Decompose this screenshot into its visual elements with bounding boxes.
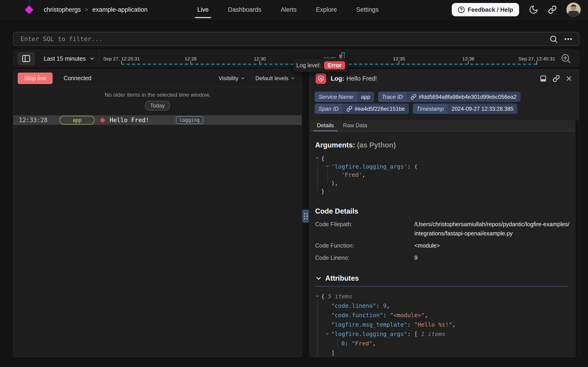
link-icon (548, 5, 557, 14)
log-row-selected[interactable]: 12:33:28 app Hello Fred! logging (13, 115, 302, 125)
detail-title: Log:Hello Fred! (331, 75, 377, 82)
live-log-panel: Stop live Connected Visibility Default l… (13, 69, 302, 357)
tooltip-label: Log level: (296, 62, 321, 69)
link-icon (553, 75, 560, 82)
timebar-divider (99, 50, 99, 67)
attributes-code-block: { 5 items"code.lineno": 9,"code.function… (315, 292, 573, 357)
log-timestamp: 12:33:28 (19, 117, 48, 124)
detail-title-value: Hello Fred! (346, 75, 377, 82)
logfire-live-view: { "nav": { "org": "christophergs", "sepa… (0, 0, 588, 367)
detail-scrollbar[interactable] (575, 121, 579, 357)
help-circle-icon (458, 6, 465, 13)
tab-settings[interactable]: Settings (355, 0, 380, 19)
timestamp-pill[interactable]: Timestamp 2024-09-27 12:33:28.385 (413, 104, 517, 114)
tab-explore[interactable]: Explore (315, 0, 338, 19)
user-avatar[interactable] (566, 2, 581, 17)
close-detail-button[interactable] (566, 75, 572, 82)
detail-tabs: Details Raw Data (310, 120, 576, 131)
code-lineno-label: Code Lineno: (315, 253, 414, 262)
code-details-heading: Code Details (315, 207, 573, 216)
stop-live-button[interactable]: Stop live (18, 73, 53, 84)
breadcrumb: christophergs > example-application (44, 0, 148, 19)
feedback-help-label: Feedback / Help (468, 6, 513, 13)
sql-filter-input[interactable] (14, 32, 549, 45)
panel-resize-handle[interactable] (302, 209, 309, 223)
trace-id-value: #fdd5694a8fa98eb4e301d99ebc056ea2 (419, 94, 517, 100)
tab-raw-data[interactable]: Raw Data (339, 120, 371, 131)
detail-title-prefix: Log: (331, 75, 344, 82)
copy-link-button[interactable] (553, 75, 560, 82)
top-nav: christophergs > example-application Live… (0, 0, 588, 19)
theme-toggle-button[interactable] (529, 5, 538, 15)
attributes-divider (315, 286, 569, 287)
code-filepath-value: /Users/christophersamiullah/repos/pydant… (414, 220, 571, 238)
zoom-in-icon (561, 53, 571, 64)
avatar-body (568, 11, 579, 17)
logfire-logo-icon[interactable] (25, 5, 33, 14)
scope-badge[interactable]: logging (176, 116, 203, 124)
code-details-grid: Code Filepath: /Users/christophersamiull… (315, 220, 573, 262)
error-shield-icon (315, 73, 326, 84)
more-options-icon[interactable] (564, 35, 573, 43)
detail-header: Log:Hello Fred! (310, 70, 579, 87)
moon-icon (529, 5, 538, 15)
arguments-heading: Arguments: (as Python) (315, 141, 573, 149)
close-icon (566, 75, 572, 82)
service-name-pill[interactable]: Service Name app (315, 92, 374, 102)
arguments-code-block: {'logfire.logging_args': ('Fred',),} (315, 154, 573, 196)
span-id-value: #ea4d5f226ec151be (355, 106, 405, 112)
chevron-down-icon (89, 56, 95, 62)
connection-status: Connected (64, 75, 91, 82)
code-function-value: <module> (414, 241, 571, 250)
visibility-dropdown[interactable]: Visibility (219, 75, 245, 82)
log-level-tooltip: Log level: Error (293, 58, 348, 72)
dock-panel-button[interactable] (539, 75, 547, 82)
attributes-heading: Attributes (325, 274, 359, 283)
error-level-diamond-icon (100, 117, 105, 123)
detail-content: Arguments: (as Python) {'logfire.logging… (310, 141, 579, 357)
chevron-down-icon (315, 275, 322, 282)
service-badge[interactable]: app (59, 116, 95, 125)
tab-details[interactable]: Details (313, 120, 337, 131)
log-detail-panel: Log:Hello Fred! Service Name app Trace I… (309, 69, 579, 357)
breadcrumb-org[interactable]: christophergs (44, 6, 81, 13)
tab-dashboards[interactable]: Dashboards (227, 0, 263, 19)
code-lineno-value: 9 (414, 253, 571, 262)
chevron-down-icon (240, 76, 245, 81)
panel-bottom-icon (539, 75, 547, 82)
zoom-in-button[interactable] (561, 53, 571, 64)
feedback-help-button[interactable]: Feedback / Help (452, 3, 519, 16)
brand-line (29, 0, 30, 5)
chevron-down-icon (290, 76, 295, 81)
today-button[interactable]: Today (145, 101, 170, 110)
link-icon (346, 106, 352, 112)
trace-id-pill[interactable]: Trace ID #fdd5694a8fa98eb4e301d99ebc056e… (378, 92, 521, 102)
avatar-head (571, 5, 576, 11)
nav-right-cluster: Feedback / Help (452, 0, 581, 19)
error-level-badge: Error (324, 61, 345, 69)
breadcrumb-project[interactable]: example-application (92, 6, 148, 13)
live-panel-header: Stop live Connected Visibility Default l… (13, 70, 302, 87)
search-icon[interactable] (549, 35, 558, 43)
code-filepath-label: Code Filepath: (315, 220, 414, 238)
arguments-subheading: (as Python) (357, 141, 396, 149)
sidebar-toggle-button[interactable] (17, 52, 35, 65)
link-icon (410, 94, 416, 100)
time-range-label: Last 15 minutes (44, 55, 86, 62)
breadcrumb-separator: > (85, 6, 88, 13)
tab-live[interactable]: Live (196, 0, 210, 19)
detail-tag-pills: Service Name app Trace ID #fdd5694a8fa98… (310, 87, 579, 114)
span-id-pill[interactable]: Span ID #ea4d5f226ec151be (315, 104, 409, 114)
panel-left-icon (22, 55, 30, 62)
time-range-dropdown[interactable]: Last 15 minutes (44, 50, 95, 67)
empty-state-message: No older items in the selected time wind… (13, 92, 302, 98)
default-levels-dropdown[interactable]: Default levels (255, 75, 295, 82)
code-function-label: Code Function: (315, 241, 414, 250)
primary-nav-tabs: Live Dashboards Alerts Explore Settings (196, 0, 380, 19)
share-link-button[interactable] (548, 5, 557, 14)
attributes-heading-row[interactable]: Attributes (315, 274, 573, 283)
sql-bar-icons (549, 35, 579, 43)
sql-filter-bar (13, 32, 579, 46)
tab-alerts[interactable]: Alerts (280, 0, 298, 19)
log-message: Hello Fred! (109, 117, 149, 124)
